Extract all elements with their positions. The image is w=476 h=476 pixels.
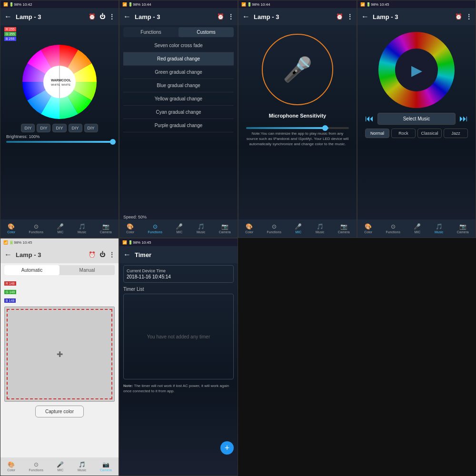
power-icon-5[interactable]: ⏻ <box>99 251 105 258</box>
more-icon-1[interactable]: ⋮ <box>109 13 115 20</box>
tab-mic-2[interactable]: 🎤 MIC <box>176 223 183 234</box>
customs-tab-btn[interactable]: Customs <box>178 27 234 37</box>
tab-color-5[interactable]: 🎨 Color <box>7 461 15 472</box>
mode-normal[interactable]: Normal <box>365 129 389 138</box>
tab-mic-5[interactable]: 🎤 MIC <box>57 461 64 472</box>
status-bar-4: 📶 🔋98% 10:45 <box>357 0 476 8</box>
screen5-title: Lamp - 3 <box>16 251 85 258</box>
back-button-5[interactable]: ← <box>4 250 12 259</box>
functions-tab-btn[interactable]: Functions <box>123 27 178 37</box>
mic-tab-icon-3: 🎤 <box>295 223 302 230</box>
color-tab-icon-4: 🎨 <box>365 223 372 230</box>
tab-functions-3[interactable]: ⊙ Functions <box>267 223 281 234</box>
mic-tab-icon-4: 🎤 <box>414 223 421 230</box>
tab-color-3[interactable]: 🎨 Color <box>245 223 253 234</box>
camera-tab-icon-4: 📷 <box>459 223 466 230</box>
function-item-6[interactable]: Purple gradual change <box>123 119 234 132</box>
tab-color-4[interactable]: 🎨 Color <box>364 223 372 234</box>
power-icon-1[interactable]: ⏻ <box>99 13 105 20</box>
tab-music-3[interactable]: 🎵 Music <box>316 223 324 234</box>
speed-label: Speed: 50% <box>123 215 234 219</box>
alarm-icon-2[interactable]: ⏰ <box>217 13 224 20</box>
back-button-6[interactable]: ← <box>123 250 131 259</box>
tab-mic-4[interactable]: 🎤 MIC <box>414 223 421 234</box>
more-icon-2[interactable]: ⋮ <box>228 13 234 20</box>
screen4-title: Lamp - 3 <box>373 13 451 20</box>
back-button-4[interactable]: ← <box>361 12 369 21</box>
tab-camera-2[interactable]: 📷 Camera <box>219 223 231 234</box>
tab-functions-1[interactable]: ⊙ Functions <box>29 223 43 234</box>
note-text: The timer will not work if lost AC power… <box>123 384 229 393</box>
more-icon-3[interactable]: ⋮ <box>347 13 353 20</box>
back-button-2[interactable]: ← <box>123 12 131 21</box>
function-item-3[interactable]: Blue gradual change <box>123 79 234 92</box>
function-item-1[interactable]: Red gradual change <box>123 52 234 66</box>
current-time-label: Current Device Time <box>127 268 230 273</box>
music-modes: Normal Rock Classical Jazz <box>361 127 472 140</box>
tab-functions-5[interactable]: ⊙ Functions <box>29 461 43 472</box>
alarm-icon-1[interactable]: ⏰ <box>89 13 96 20</box>
tab-mic-1[interactable]: 🎤 MIC <box>57 223 64 234</box>
tab-music-4[interactable]: 🎵 Music <box>435 223 443 234</box>
diy-btn-3[interactable]: DIY <box>52 124 66 132</box>
select-music-button[interactable]: Select Music <box>377 113 456 125</box>
tab-camera-1[interactable]: 📷 Camera <box>100 223 112 234</box>
timer-note: Note: The timer will not work if lost AC… <box>123 383 234 394</box>
back-button-1[interactable]: ← <box>4 12 12 21</box>
mode-classical[interactable]: Classical <box>417 129 442 138</box>
nav-bar-4: ← Lamp - 3 ⏰ ⋮ <box>357 8 476 25</box>
next-button[interactable]: ⏭ <box>459 114 468 124</box>
diy-btn-1[interactable]: DIY <box>21 124 35 132</box>
tab-mic-3[interactable]: 🎤 MIC <box>295 223 302 234</box>
functions-tab-icon-3: ⊙ <box>272 223 277 230</box>
prev-button[interactable]: ⏮ <box>365 114 374 124</box>
function-item-0[interactable]: Seven color cross fade <box>123 39 234 52</box>
rgb-g-label: G 255 <box>4 32 16 36</box>
tab-music-1[interactable]: 🎵 Music <box>78 223 86 234</box>
brightness-controls-1: Brightness: 100% <box>4 134 115 143</box>
tab-color-2[interactable]: 🎨 Color <box>126 223 134 234</box>
diy-btn-4[interactable]: DIY <box>69 124 82 132</box>
mode-rock[interactable]: Rock <box>391 129 416 138</box>
camera-tab-switcher: Automatic Manual <box>4 265 115 275</box>
more-icon-5[interactable]: ⋮ <box>109 251 115 258</box>
music-content: ▶ ⏮ Select Music ⏭ Normal Rock Classical… <box>357 25 476 144</box>
auto-tab-btn[interactable]: Automatic <box>4 265 60 275</box>
tab-color-1[interactable]: 🎨 Color <box>7 223 15 234</box>
add-timer-fab-button[interactable]: + <box>220 441 234 455</box>
alarm-icon-4[interactable]: ⏰ <box>455 13 462 20</box>
mode-jazz[interactable]: Jazz <box>444 129 468 138</box>
brightness-slider-1[interactable] <box>6 141 113 143</box>
mic-circle[interactable]: 🎤 <box>262 34 333 105</box>
function-item-2[interactable]: Green gradual change <box>123 66 234 79</box>
mic-slider[interactable] <box>246 127 349 129</box>
back-button-3[interactable]: ← <box>242 12 250 21</box>
color-wheel[interactable]: WARM WHITE COOL WHITE <box>21 44 98 120</box>
disc-outer[interactable]: ▶ <box>378 32 455 108</box>
screen6-title: Timer <box>135 251 234 258</box>
tab-functions-4[interactable]: ⊙ Functions <box>386 223 400 234</box>
tab-camera-4[interactable]: 📷 Camera <box>457 223 469 234</box>
timer-list-label: Timer List <box>123 287 234 292</box>
function-item-4[interactable]: Yellow gradual change <box>123 92 234 106</box>
alarm-icon-5[interactable]: ⏰ <box>89 251 96 258</box>
camera-preview[interactable]: ✚ <box>4 307 115 402</box>
diy-btn-2[interactable]: DIY <box>37 124 50 132</box>
capture-color-button[interactable]: Capture color <box>35 406 84 417</box>
current-time-value: 2018-11-16 10:45:14 <box>127 274 230 279</box>
diy-btn-5[interactable]: DIY <box>84 124 98 132</box>
manual-tab-btn[interactable]: Manual <box>60 265 115 275</box>
tab-camera-5[interactable]: 📷 Camera <box>100 461 112 472</box>
functions-tab-icon-1: ⊙ <box>34 223 39 230</box>
music-controls: ⏮ Select Music ⏭ <box>361 111 472 127</box>
camera-tab-icon-5: 📷 <box>102 461 109 468</box>
tab-camera-3[interactable]: 📷 Camera <box>338 223 350 234</box>
tab-music-5[interactable]: 🎵 Music <box>78 461 86 472</box>
alarm-icon-3[interactable]: ⏰ <box>336 13 343 20</box>
functions-tab-icon-5: ⊙ <box>34 461 39 468</box>
tab-music-2[interactable]: 🎵 Music <box>197 223 205 234</box>
tab-functions-2[interactable]: ⊙ Functions <box>148 223 162 234</box>
more-icon-4[interactable]: ⋮ <box>466 13 472 20</box>
phone-screen-3: 📶 🔋98% 10:44 ← Lamp - 3 ⏰ ⋮ 🎤 Microphone… <box>238 0 357 238</box>
function-item-5[interactable]: Cyan gradual change <box>123 106 234 119</box>
